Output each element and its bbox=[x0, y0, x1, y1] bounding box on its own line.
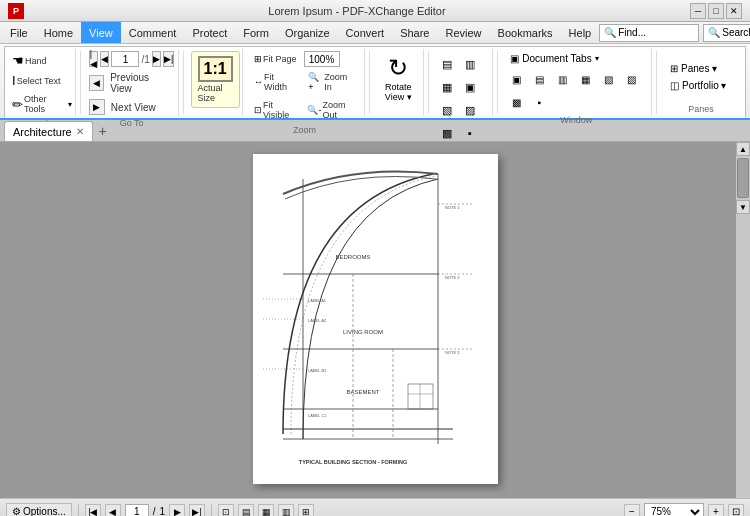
next-view-label[interactable]: Next View bbox=[107, 100, 160, 115]
menu-view[interactable]: View bbox=[81, 22, 121, 43]
rotate-label-line2: View ▾ bbox=[385, 92, 412, 102]
status-view-mode-4[interactable]: ▥ bbox=[278, 504, 294, 517]
select-text-button[interactable]: I Select Text bbox=[7, 71, 77, 90]
page-display-btn-5[interactable]: ▧ bbox=[436, 99, 458, 121]
status-last-page[interactable]: ▶| bbox=[189, 504, 205, 517]
chevron-down-icon-2: ▾ bbox=[595, 54, 599, 63]
status-prev-page[interactable]: ◀ bbox=[105, 504, 121, 517]
menu-bookmarks[interactable]: Bookmarks bbox=[490, 22, 561, 43]
fit-page-button[interactable]: ⊞ Fit Page bbox=[249, 51, 302, 67]
zoom-in-button[interactable]: 🔍+ Zoom In bbox=[303, 69, 360, 95]
hand-tool-button[interactable]: ☚ Hand bbox=[7, 51, 77, 70]
close-button[interactable]: ✕ bbox=[726, 3, 742, 19]
window-btn-7[interactable]: ▩ bbox=[505, 91, 527, 113]
first-page-button[interactable]: |◀ bbox=[89, 51, 98, 67]
document-svg: BEDROOMS LIVING ROOM BASEMENT TYPICAL BU… bbox=[253, 154, 498, 484]
menu-help[interactable]: Help bbox=[561, 22, 600, 43]
page-display-btn-3[interactable]: ▦ bbox=[436, 76, 458, 98]
status-view-mode-5[interactable]: ⊞ bbox=[298, 504, 314, 517]
actual-size-icon: 1:1 bbox=[198, 56, 233, 82]
page-display-btn-4[interactable]: ▣ bbox=[459, 76, 481, 98]
status-next-page[interactable]: ▶ bbox=[169, 504, 185, 517]
page-display-group: ▤ ▥ ▦ ▣ ▧ ▨ ▩ ▪ ▫ ▬ ▭ ▮ Page Display bbox=[433, 49, 493, 116]
actual-size-button[interactable]: 1:1 Actual Size bbox=[191, 51, 240, 108]
select-text-icon: I bbox=[12, 74, 16, 87]
other-tools-icon: ✏ bbox=[12, 98, 23, 111]
page-display-btn-7[interactable]: ▩ bbox=[436, 122, 458, 144]
maximize-button[interactable]: □ bbox=[708, 3, 724, 19]
fit-width-button[interactable]: ↔ Fit Width bbox=[249, 69, 301, 95]
portfolio-button[interactable]: ◫ Portfolio ▾ bbox=[665, 78, 737, 93]
page-display-btn-1[interactable]: ▤ bbox=[436, 53, 458, 75]
prev-view-label[interactable]: Previous View bbox=[106, 70, 174, 96]
fit-visible-button[interactable]: ⊡ Fit Visible bbox=[249, 97, 300, 123]
menu-protect[interactable]: Protect bbox=[184, 22, 235, 43]
window-btn-2[interactable]: ▤ bbox=[528, 68, 550, 90]
zoom-value-input[interactable] bbox=[304, 51, 340, 67]
window-controls[interactable]: ─ □ ✕ bbox=[690, 3, 742, 19]
status-first-page[interactable]: |◀ bbox=[85, 504, 101, 517]
page-display-btn-2[interactable]: ▥ bbox=[459, 53, 481, 75]
last-page-button[interactable]: ▶| bbox=[163, 51, 174, 67]
vertical-scrollbar[interactable]: ▲ ▼ bbox=[736, 142, 750, 498]
prev-view-button[interactable]: ◀ bbox=[89, 75, 104, 91]
architecture-tab[interactable]: Architecture ✕ bbox=[4, 121, 93, 141]
status-view-mode-2[interactable]: ▤ bbox=[238, 504, 254, 517]
window-btn-1[interactable]: ▣ bbox=[505, 68, 527, 90]
tools-group: ☚ Hand I Select Text ✏ Other Tools ▾ Too… bbox=[9, 49, 76, 116]
actual-size-group: 1:1 Actual Size bbox=[188, 49, 243, 116]
status-view-mode-3[interactable]: ▦ bbox=[258, 504, 274, 517]
menu-review[interactable]: Review bbox=[437, 22, 489, 43]
menu-form[interactable]: Form bbox=[235, 22, 277, 43]
panes-button[interactable]: ⊞ Panes ▾ bbox=[665, 61, 737, 76]
svg-text:NOTE 3: NOTE 3 bbox=[445, 350, 460, 355]
minimize-button[interactable]: ─ bbox=[690, 3, 706, 19]
document-tabs-button[interactable]: ▣ Document Tabs ▾ bbox=[505, 51, 647, 66]
menu-share[interactable]: Share bbox=[392, 22, 437, 43]
portfolio-icon: ◫ bbox=[670, 80, 679, 91]
prev-page-button[interactable]: ◀ bbox=[100, 51, 109, 67]
page-input[interactable] bbox=[111, 51, 139, 67]
search-input[interactable]: 🔍 Search . bbox=[703, 24, 750, 42]
tab-bar: Architecture ✕ + bbox=[0, 120, 750, 142]
window-btn-4[interactable]: ▦ bbox=[574, 68, 596, 90]
window-btn-3[interactable]: ▥ bbox=[551, 68, 573, 90]
zoom-out-button[interactable]: 🔍- Zoom Out bbox=[302, 97, 360, 123]
other-tools-button[interactable]: ✏ Other Tools ▾ bbox=[7, 91, 77, 117]
panes-group-label: Panes bbox=[688, 102, 714, 114]
scroll-up-button[interactable]: ▲ bbox=[736, 142, 750, 156]
status-page-input[interactable] bbox=[125, 504, 149, 517]
menu-home[interactable]: Home bbox=[36, 22, 81, 43]
zoom-fit-window-button[interactable]: ⊡ bbox=[728, 504, 744, 517]
status-separator-1 bbox=[78, 504, 79, 517]
zoom-select[interactable]: 50% 75% 100% 125% 150% 200% bbox=[644, 503, 704, 517]
ribbon-content: ☚ Hand I Select Text ✏ Other Tools ▾ Too… bbox=[4, 46, 746, 118]
rotate-button[interactable]: ↻ Rotate View ▾ bbox=[376, 51, 420, 105]
page-display-btn-8[interactable]: ▪ bbox=[459, 122, 481, 144]
menu-file[interactable]: File bbox=[2, 22, 36, 43]
scroll-down-button[interactable]: ▼ bbox=[736, 200, 750, 214]
separator-5 bbox=[497, 51, 498, 114]
window-btn-6[interactable]: ▨ bbox=[620, 68, 642, 90]
next-page-button[interactable]: ▶ bbox=[152, 51, 161, 67]
gear-icon: ⚙ bbox=[12, 506, 21, 516]
hand-label: Hand bbox=[25, 56, 47, 66]
document-tabs-icon: ▣ bbox=[510, 53, 519, 64]
zoom-in-status-button[interactable]: + bbox=[708, 504, 724, 517]
status-view-mode-1[interactable]: ⊡ bbox=[218, 504, 234, 517]
window-btn-8[interactable]: ▪ bbox=[528, 91, 550, 113]
new-tab-button[interactable]: + bbox=[93, 121, 113, 141]
scroll-thumb[interactable] bbox=[737, 158, 749, 198]
close-tab-button[interactable]: ✕ bbox=[76, 126, 84, 137]
next-view-button[interactable]: ▶ bbox=[89, 99, 105, 115]
window-btn-5[interactable]: ▧ bbox=[597, 68, 619, 90]
find-input[interactable]: 🔍 Find... bbox=[599, 24, 699, 42]
menu-convert[interactable]: Convert bbox=[338, 22, 393, 43]
menu-bar: File Home View Comment Protect Form Orga… bbox=[0, 22, 750, 44]
menu-comment[interactable]: Comment bbox=[121, 22, 185, 43]
zoom-out-status-button[interactable]: − bbox=[624, 504, 640, 517]
menu-organize[interactable]: Organize bbox=[277, 22, 338, 43]
page-display-btn-6[interactable]: ▨ bbox=[459, 99, 481, 121]
options-button[interactable]: ⚙ Options... bbox=[6, 503, 72, 517]
zoom-in-icon: 🔍+ bbox=[308, 72, 323, 92]
